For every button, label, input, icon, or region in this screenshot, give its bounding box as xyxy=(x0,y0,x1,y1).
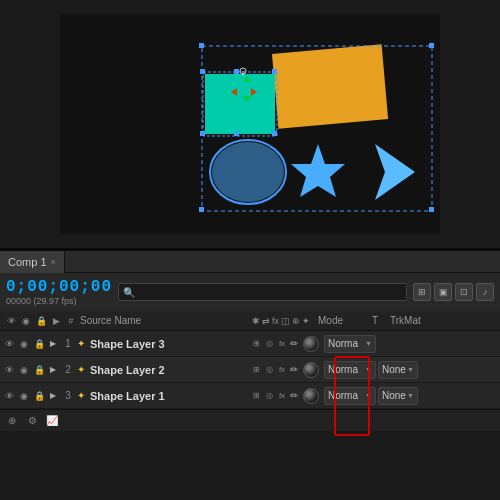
layer-2-trkmat[interactable]: None ▼ xyxy=(378,361,418,379)
source-name-col: Source Name xyxy=(80,315,141,326)
layer-3-mode-arrow: ▼ xyxy=(365,392,372,399)
layer-1-expand[interactable]: ▶ xyxy=(47,338,59,350)
add-layer-icon[interactable]: ⊕ xyxy=(4,413,20,429)
paint-icon: ✦ xyxy=(302,316,310,326)
l1-switch1: ⊞ xyxy=(250,338,262,350)
search-box[interactable]: 🔍 xyxy=(118,283,407,301)
layer-3-mode-label: Norma xyxy=(328,390,358,401)
svg-rect-5 xyxy=(272,69,277,74)
solo-col-icon: ◉ xyxy=(19,314,33,328)
transfer-icon: ⇄ xyxy=(262,316,270,326)
comp-tab[interactable]: Comp 1 × xyxy=(0,251,65,273)
tab-close[interactable]: × xyxy=(51,257,56,267)
search-icon: 🔍 xyxy=(123,287,135,298)
motion-icon: ⊕ xyxy=(292,316,300,326)
preview-area xyxy=(0,0,500,248)
layer-2-expand[interactable]: ▶ xyxy=(47,364,59,376)
layer-2-sphere[interactable] xyxy=(303,362,319,378)
col-icons: 👁 ◉ 🔒 ▶ # xyxy=(4,314,78,328)
layer-2-eye[interactable]: 👁 xyxy=(2,363,16,377)
layer-3-sphere[interactable] xyxy=(303,388,319,404)
mode-col: Mode xyxy=(318,315,368,326)
layer-3-trkmat-arrow: ▼ xyxy=(407,392,414,399)
audio-icon[interactable]: ♪ xyxy=(476,283,494,301)
layer-2-trkmat-arrow: ▼ xyxy=(407,366,414,373)
preview-icon[interactable]: ⊡ xyxy=(455,283,473,301)
layer-1-lock[interactable]: 🔒 xyxy=(32,337,46,351)
svg-rect-7 xyxy=(272,131,277,136)
col-left-headers: 👁 ◉ 🔒 ▶ # Source Name xyxy=(2,314,252,328)
timecode-sub: 00000 (29.97 fps) xyxy=(6,296,112,306)
layer-row[interactable]: 👁 ◉ 🔒 ▶ 3 ✦ Shape Layer 1 ⊞ ◎ fx ✏ Norma… xyxy=(0,383,500,409)
layer-3-lock[interactable]: 🔒 xyxy=(32,389,46,403)
svg-rect-17 xyxy=(199,207,204,212)
tab-label: Comp 1 xyxy=(8,256,47,268)
num-col-icon: # xyxy=(64,314,78,328)
layer-1-pencil[interactable]: ✏ xyxy=(290,338,298,349)
layer-3-sphere-container xyxy=(300,385,322,407)
layer-1-solo[interactable]: ◉ xyxy=(17,337,31,351)
layer-3-switches: ⊞ ◎ fx xyxy=(250,390,288,402)
layer-2-switches: ⊞ ◎ fx xyxy=(250,364,288,376)
svg-rect-9 xyxy=(234,131,239,136)
svg-rect-8 xyxy=(234,69,239,74)
l3-switch2: ◎ xyxy=(263,390,275,402)
layer-row[interactable]: 👁 ◉ 🔒 ▶ 1 ✦ Shape Layer 3 ⊞ ◎ fx ✏ Norma… xyxy=(0,331,500,357)
layer-2-mode-label: Norma xyxy=(328,364,358,375)
expand-col-icon: ▶ xyxy=(49,314,63,328)
layer-3-eye[interactable]: 👁 xyxy=(2,389,16,403)
fx-col-icons: ✱ ⇄ fx ◫ ⊕ ✦ xyxy=(252,316,310,326)
timeline-panel: Comp 1 × 0;00;00;00 00000 (29.97 fps) 🔍 … xyxy=(0,251,500,431)
layer-3-name: Shape Layer 1 xyxy=(90,390,248,402)
layer-3-expand[interactable]: ▶ xyxy=(47,390,59,402)
l2-switch3: fx xyxy=(276,364,288,376)
l1-switch3: fx xyxy=(276,338,288,350)
layer-3-mode[interactable]: Norma ▼ xyxy=(324,387,376,405)
layer-2-solo[interactable]: ◉ xyxy=(17,363,31,377)
svg-rect-16 xyxy=(429,43,434,48)
comp-settings-icon[interactable]: ▣ xyxy=(434,283,452,301)
layer-2-mode-arrow: ▼ xyxy=(365,366,372,373)
l2-switch1: ⊞ xyxy=(250,364,262,376)
layer-1-left: 👁 ◉ 🔒 ▶ 1 ✦ Shape Layer 3 xyxy=(0,337,250,351)
layer-3-none-label: None xyxy=(382,390,406,401)
layer-1-eye[interactable]: 👁 xyxy=(2,337,16,351)
svg-rect-1 xyxy=(272,44,388,128)
layer-1-mode[interactable]: Norma ▼ xyxy=(324,335,376,353)
layer-1-sphere[interactable] xyxy=(303,336,319,352)
layer-row[interactable]: 👁 ◉ 🔒 ▶ 2 ✦ Shape Layer 2 ⊞ ◎ fx ✏ Norma… xyxy=(0,357,500,383)
layer-2-lock[interactable]: 🔒 xyxy=(32,363,46,377)
settings-icon[interactable]: ⚙ xyxy=(24,413,40,429)
layer-3-pencil[interactable]: ✏ xyxy=(290,390,298,401)
graph-icon: ◫ xyxy=(281,316,290,326)
lock-col-icon: 🔒 xyxy=(34,314,48,328)
layer-1-switches: ⊞ ◎ fx xyxy=(250,338,288,350)
timecode-display[interactable]: 0;00;00;00 00000 (29.97 fps) xyxy=(6,278,112,306)
svg-rect-2 xyxy=(205,74,275,134)
layer-1-keyframe: ✦ xyxy=(77,338,89,349)
layer-3-keyframe: ✦ xyxy=(77,390,89,401)
toolbar-icons: ⊞ ▣ ⊡ ♪ xyxy=(413,283,494,301)
layer-2-pencil[interactable]: ✏ xyxy=(290,364,298,375)
layer-1-sphere-container xyxy=(300,333,322,355)
render-queue-icon[interactable]: ⊞ xyxy=(413,283,431,301)
layer-2-mode[interactable]: Norma ▼ xyxy=(324,361,376,379)
bottom-toolbar: ⊕ ⚙ 📈 xyxy=(0,409,500,431)
tab-bar: Comp 1 × xyxy=(0,251,500,273)
trkmat-col: TrkMat xyxy=(390,315,421,326)
timecode-row: 0;00;00;00 00000 (29.97 fps) 🔍 ⊞ ▣ ⊡ ♪ xyxy=(0,273,500,311)
l1-switch2: ◎ xyxy=(263,338,275,350)
layer-2-left: 👁 ◉ 🔒 ▶ 2 ✦ Shape Layer 2 xyxy=(0,363,250,377)
switches-icon: ✱ xyxy=(252,316,260,326)
eye-col-icon: 👁 xyxy=(4,314,18,328)
col-headers: 👁 ◉ 🔒 ▶ # Source Name ✱ ⇄ fx ◫ ⊕ ✦ Mode … xyxy=(0,311,500,331)
layer-2-keyframe: ✦ xyxy=(77,364,89,375)
canvas-content xyxy=(60,14,440,234)
layer-3-solo[interactable]: ◉ xyxy=(17,389,31,403)
layer-3-num: 3 xyxy=(60,390,76,401)
layer-3-right: ⊞ ◎ fx ✏ Norma ▼ None ▼ xyxy=(250,385,500,407)
svg-rect-18 xyxy=(429,207,434,212)
graph-editor-icon[interactable]: 📈 xyxy=(44,413,60,429)
layer-3-trkmat[interactable]: None ▼ xyxy=(378,387,418,405)
layer-1-mode-arrow: ▼ xyxy=(365,340,372,347)
